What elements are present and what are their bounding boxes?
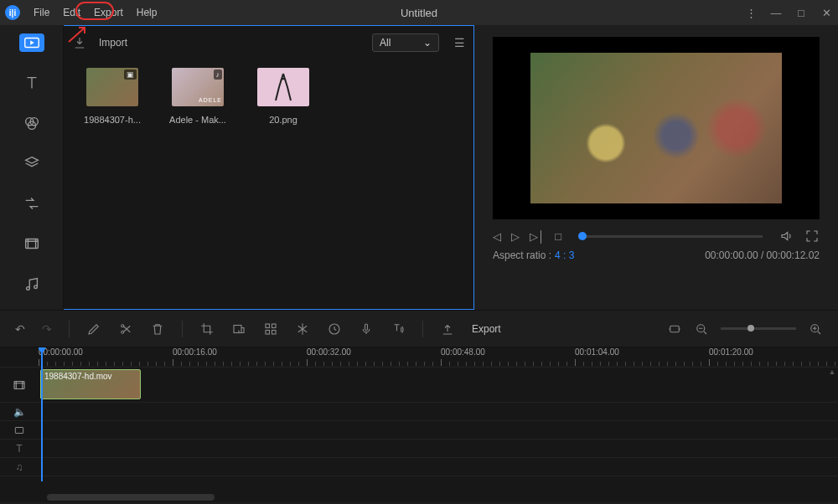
- ruler-mark: 00:01:04.00: [575, 347, 619, 357]
- freeze-tool-icon[interactable]: [295, 321, 310, 337]
- track-header-audio-linked[interactable]: 🔈: [0, 403, 39, 421]
- track-header-column: 🔈 T ♫: [0, 347, 39, 502]
- timecode-readout: 00:00:00.00 / 00:00:12.02: [705, 249, 820, 261]
- media-thumb: [257, 68, 309, 106]
- ruler-mark: 00:00:48.00: [441, 347, 485, 357]
- media-item[interactable]: ♪ADELE Adele - Mak...: [168, 68, 228, 125]
- track-header-text[interactable]: T: [0, 440, 39, 458]
- titlebar: i|i File Edit Export Help Untitled ⋮ — □…: [0, 0, 838, 25]
- main-area: Import All ⌄ ☰ ▣ 19884307-h... ♪ADELE Ad…: [0, 25, 838, 310]
- svg-rect-10: [266, 330, 270, 334]
- svg-rect-13: [365, 324, 368, 331]
- undo-button[interactable]: ↶: [15, 322, 25, 336]
- track-header-music[interactable]: ♫: [0, 458, 39, 476]
- side-tab-audio[interactable]: [23, 275, 41, 293]
- import-icon[interactable]: [72, 35, 87, 50]
- toolbar-divider: [422, 321, 423, 337]
- text-to-speech-icon[interactable]: [391, 321, 406, 337]
- export-button-icon[interactable]: [440, 321, 455, 337]
- timeline-zoom-group: [667, 321, 823, 337]
- playhead[interactable]: [41, 347, 43, 481]
- close-button[interactable]: ✕: [820, 7, 833, 19]
- side-tab-media[interactable]: [19, 33, 44, 52]
- track-header-pip[interactable]: [0, 421, 39, 440]
- minimize-button[interactable]: —: [769, 7, 783, 19]
- media-filter-select[interactable]: All ⌄: [372, 33, 439, 52]
- mosaic-tool-icon[interactable]: [263, 321, 278, 337]
- crop-tool-icon[interactable]: [199, 321, 215, 337]
- media-item[interactable]: ▣ 19884307-h...: [82, 68, 142, 125]
- preview-viewport[interactable]: [493, 37, 820, 219]
- import-button[interactable]: Import: [99, 37, 127, 49]
- duration-tool-icon[interactable]: [327, 321, 342, 337]
- volume-icon[interactable]: [779, 229, 794, 244]
- svg-rect-14: [670, 326, 680, 332]
- music-track[interactable]: [39, 458, 838, 476]
- media-item[interactable]: 20.png: [253, 68, 313, 125]
- video-track[interactable]: 19884307-hd.mov: [39, 368, 838, 403]
- side-tab-transition[interactable]: [23, 194, 41, 213]
- media-grid: ▣ 19884307-h... ♪ADELE Adele - Mak... 20…: [64, 59, 473, 133]
- media-thumb: ♪ADELE: [172, 68, 224, 106]
- menu-file[interactable]: File: [27, 4, 56, 21]
- timeline-scrollbar[interactable]: [47, 494, 215, 501]
- side-tab-bar: [0, 25, 64, 310]
- zoom-in-button[interactable]: [808, 321, 823, 337]
- track-header-video[interactable]: [0, 368, 39, 403]
- aspect-ratio-value[interactable]: 4 : 3: [555, 249, 574, 261]
- pip-track[interactable]: [39, 421, 838, 440]
- side-tab-overlay[interactable]: [23, 154, 41, 172]
- edit-tool-icon[interactable]: [86, 321, 101, 337]
- settings-icon[interactable]: ⋮: [744, 7, 758, 19]
- voiceover-tool-icon[interactable]: [359, 321, 374, 337]
- redo-button[interactable]: ↷: [42, 322, 52, 336]
- toolbar-divider: [182, 321, 183, 337]
- seek-bar[interactable]: [578, 235, 763, 238]
- svg-point-5: [122, 324, 124, 327]
- timeline-toolbar: ↶ ↷ Export: [0, 310, 838, 347]
- delete-button[interactable]: [150, 321, 165, 337]
- svg-point-6: [122, 331, 124, 333]
- svg-rect-7: [234, 325, 241, 332]
- export-button[interactable]: Export: [472, 323, 501, 335]
- seek-handle[interactable]: [578, 232, 587, 240]
- scroll-up-icon[interactable]: ▲: [828, 368, 836, 376]
- timeline-clip[interactable]: 19884307-hd.mov: [40, 369, 141, 399]
- side-tab-element[interactable]: [23, 234, 41, 253]
- video-badge-icon: ▣: [124, 69, 137, 80]
- split-tool-icon[interactable]: [118, 321, 133, 337]
- aspect-ratio-label: Aspect ratio :: [493, 249, 551, 261]
- menu-export[interactable]: Export: [87, 4, 130, 21]
- next-frame-button[interactable]: ▷│: [530, 230, 545, 243]
- zoom-fit-button[interactable]: [667, 321, 682, 337]
- music-badge-icon: ♪: [214, 69, 223, 80]
- text-track[interactable]: [39, 440, 838, 458]
- chevron-down-icon: ⌄: [423, 37, 432, 49]
- play-button[interactable]: ▷: [511, 230, 520, 243]
- side-tab-text[interactable]: [23, 74, 41, 92]
- audio-linked-track[interactable]: [39, 403, 838, 421]
- prev-frame-button[interactable]: ◁: [493, 230, 501, 243]
- svg-rect-18: [15, 427, 23, 433]
- timeline-body[interactable]: 00:00:00.0000:00:16.0000:00:32.0000:00:4…: [39, 347, 838, 502]
- media-filter-value: All: [380, 37, 391, 49]
- svg-rect-9: [272, 324, 277, 328]
- side-tab-filter[interactable]: [23, 114, 41, 132]
- app-logo-icon: i|i: [5, 5, 20, 20]
- menu-edit[interactable]: Edit: [56, 4, 87, 21]
- zoom-tool-icon[interactable]: [231, 321, 246, 337]
- ruler-corner: [0, 347, 39, 368]
- zoom-out-button[interactable]: [694, 321, 709, 337]
- media-item-label: Adele - Mak...: [168, 115, 228, 125]
- maximize-button[interactable]: □: [794, 7, 808, 19]
- preview-frame-image: [530, 53, 782, 203]
- time-ruler[interactable]: 00:00:00.0000:00:16.0000:00:32.0000:00:4…: [39, 347, 838, 368]
- playback-controls: ◁ ▷ ▷│ □: [493, 219, 820, 244]
- fullscreen-icon[interactable]: [804, 229, 820, 244]
- menu-help[interactable]: Help: [130, 4, 164, 21]
- ruler-mark: 00:00:16.00: [173, 347, 217, 357]
- view-list-icon[interactable]: ☰: [454, 36, 465, 49]
- stop-button[interactable]: □: [555, 230, 561, 243]
- zoom-slider[interactable]: [721, 327, 796, 330]
- ruler-mark: 00:01:20.00: [709, 347, 753, 357]
